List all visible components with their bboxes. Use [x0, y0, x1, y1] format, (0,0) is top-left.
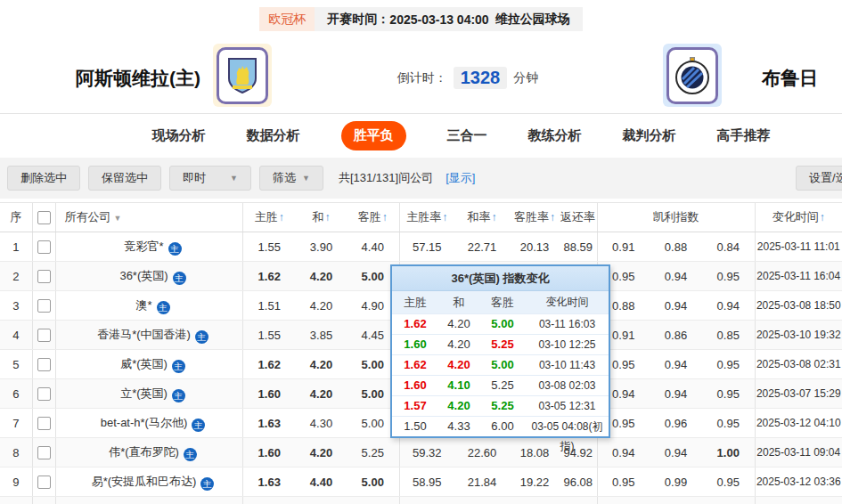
header-draw-rate[interactable]: 和率↑ [454, 203, 510, 232]
draw-odds[interactable]: 4.20 [296, 379, 347, 409]
draw-odds[interactable]: 4.20 [296, 438, 347, 467]
home-win-rate: 57.15 [399, 232, 454, 262]
draw-odds[interactable]: 4.20 [296, 497, 347, 504]
home-win-odds[interactable]: 1.63 [242, 409, 296, 438]
change-time: 2025-03-08 18:50 [755, 291, 842, 321]
popup-draw-odds: 4.20 [438, 355, 479, 375]
change-time: 2025-03-12 04:10 [755, 409, 842, 438]
draw-odds[interactable]: 3.85 [296, 321, 347, 350]
home-win-rate: 57.05 [399, 497, 454, 504]
popup-history-row: 1.624.205.0003-11 16:03 [392, 313, 609, 334]
company-name-cell[interactable]: 立*(英国)主 [55, 379, 242, 409]
delete-selected-button[interactable]: 删除选中 [7, 166, 80, 191]
draw-odds[interactable]: 4.20 [296, 262, 347, 291]
header-company[interactable]: 所有公司▼ [55, 203, 242, 232]
popup-draw-odds: 4.20 [438, 314, 479, 334]
kelly-away: 0.94 [702, 291, 755, 321]
away-win-odds[interactable]: 5.25 [347, 438, 399, 467]
home-win-odds[interactable]: 1.55 [242, 232, 296, 262]
tab-expert-picks[interactable]: 高手推荐 [717, 127, 771, 144]
table-row: 9易*(安提瓜和巴布达)主1.634.405.0058.9521.8419.22… [0, 467, 842, 497]
home-win-odds[interactable]: 1.63 [242, 467, 296, 497]
home-win-odds[interactable]: 1.60 [242, 379, 296, 409]
company-name-cell[interactable]: bet-at-h*(马尔他)主 [55, 409, 242, 438]
company-name: bet-at-h*(马尔他) [101, 416, 188, 429]
row-select-cell [32, 350, 55, 379]
away-win-rate: 19.22 [510, 467, 560, 497]
company-name-cell[interactable]: 威*(英国)主 [55, 350, 242, 379]
row-checkbox[interactable] [37, 329, 51, 342]
header-away-win[interactable]: 客胜↑ [347, 203, 399, 232]
settings-select-button[interactable]: 设置/选择 [796, 166, 842, 191]
instant-dropdown[interactable]: 即时 ▼ [169, 166, 251, 191]
draw-odds[interactable]: 3.90 [296, 232, 347, 262]
header-away-win-rate[interactable]: 客胜率↑ [510, 203, 560, 232]
row-checkbox[interactable] [37, 387, 51, 401]
row-select-cell [32, 497, 55, 504]
sort-asc-icon: ↑ [820, 211, 825, 224]
home-win-odds[interactable]: 1.62 [242, 350, 296, 379]
home-win-odds[interactable]: 1.62 [242, 262, 296, 291]
row-select-cell [32, 467, 55, 497]
sort-asc-icon: ↑ [492, 211, 497, 224]
row-number: 8 [0, 438, 32, 467]
select-all-checkbox[interactable] [37, 211, 51, 224]
header-select-all [32, 203, 55, 232]
popup-change-time: 03-05 04:08(初指) [526, 417, 609, 436]
header-home-win-rate[interactable]: 主胜率↑ [399, 203, 454, 232]
away-win-odds[interactable]: 4.70 [347, 497, 399, 504]
company-name-cell[interactable]: 36*(英国)主 [55, 262, 242, 291]
row-checkbox[interactable] [37, 270, 51, 283]
away-win-rate: 18.08 [510, 438, 560, 467]
tab-referee-analysis[interactable]: 裁判分析 [623, 127, 676, 144]
tab-three-in-one[interactable]: 三合一 [447, 127, 487, 144]
chevron-down-icon: ▼ [114, 214, 122, 223]
header-draw[interactable]: 和↑ [296, 203, 347, 232]
kelly-away: 0.95 [702, 262, 755, 291]
header-home-win[interactable]: 主胜↑ [242, 203, 296, 232]
tab-live-analysis[interactable]: 现场分析 [152, 127, 206, 144]
draw-odds[interactable]: 4.20 [296, 291, 347, 321]
sort-asc-icon: ↑ [325, 211, 331, 224]
row-checkbox[interactable] [37, 358, 51, 371]
keep-selected-button[interactable]: 保留选中 [88, 166, 161, 191]
away-win-odds[interactable]: 5.00 [347, 467, 399, 497]
popup-header-change-time: 变化时间 [526, 291, 609, 313]
company-name-cell[interactable]: Interwet*(塞浦路斯)主 [55, 497, 242, 504]
home-win-odds[interactable]: 1.60 [242, 438, 296, 467]
away-win-odds[interactable]: 4.40 [347, 232, 399, 262]
draw-odds[interactable]: 4.40 [296, 467, 347, 497]
change-time: 2025-03-12 03:36 [755, 467, 842, 497]
row-checkbox[interactable] [37, 476, 51, 489]
show-link[interactable]: [显示] [446, 170, 475, 186]
company-name-cell[interactable]: 易*(安提瓜和巴布达)主 [55, 467, 242, 497]
home-win-odds[interactable]: 1.55 [242, 321, 296, 350]
draw-odds[interactable]: 4.30 [296, 409, 347, 438]
row-checkbox[interactable] [37, 240, 51, 254]
company-name-cell[interactable]: 竞彩官*主 [55, 232, 242, 262]
home-win-odds[interactable]: 1.67 [242, 497, 296, 504]
venue: 维拉公园球场 [495, 12, 570, 28]
company-count-summary: 共[131/131]间公司 [339, 170, 433, 186]
popup-change-time: 03-10 11:43 [526, 355, 609, 375]
popup-home-win-odds: 1.60 [392, 335, 438, 354]
header-seq: 序 [0, 203, 32, 232]
tab-data-analysis[interactable]: 数据分析 [247, 127, 300, 144]
popup-header-draw: 和 [438, 291, 479, 313]
header-change-time[interactable]: 变化时间↑ [755, 203, 842, 232]
row-checkbox[interactable] [37, 299, 51, 313]
company-name-cell[interactable]: 澳*主 [55, 291, 242, 321]
row-checkbox[interactable] [37, 446, 51, 459]
header-return-rate[interactable]: 返还率↑ [560, 203, 597, 232]
popup-history-row: 1.604.105.2503-08 02:03 [392, 375, 609, 395]
company-name: 澳* [135, 298, 151, 312]
row-select-cell [32, 321, 55, 350]
tab-coach-analysis[interactable]: 教练分析 [528, 127, 582, 144]
draw-odds[interactable]: 4.20 [296, 350, 347, 379]
company-name-cell[interactable]: 香港马*(中国香港)主 [55, 321, 242, 350]
row-checkbox[interactable] [37, 417, 51, 430]
filter-dropdown[interactable]: 筛选 ▼ [259, 166, 323, 191]
home-win-odds[interactable]: 1.51 [242, 291, 296, 321]
company-name-cell[interactable]: 伟*(直布罗陀)主 [55, 438, 242, 467]
tab-win-draw-lose[interactable]: 胜平负 [341, 121, 406, 150]
